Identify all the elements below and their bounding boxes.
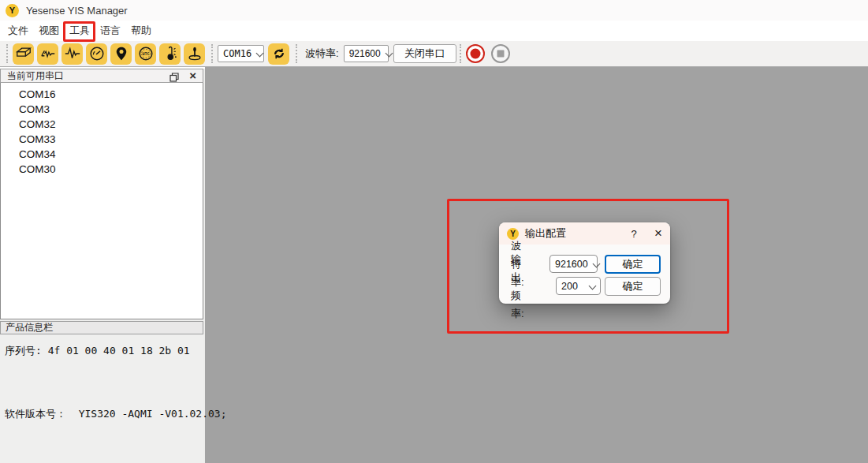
menu-language[interactable]: 语言 xyxy=(100,22,121,39)
ports-panel-title: 当前可用串口 xyxy=(7,69,170,83)
utc-clock-icon: UTC xyxy=(137,45,155,62)
firmware-version-value: YIS320 -AQMI -V01.02.03; xyxy=(79,408,227,420)
view-3d-button[interactable] xyxy=(13,43,34,65)
attitude-wave-icon xyxy=(39,45,57,62)
attitude-wave-button[interactable] xyxy=(37,43,58,65)
chevron-down-icon xyxy=(256,50,259,57)
serial-number-line: 序列号: 4f 01 00 40 01 18 2b 01 xyxy=(5,344,190,358)
list-item-port[interactable]: COM34 xyxy=(1,147,203,162)
port-select[interactable]: COM16 xyxy=(218,45,264,62)
menu-file[interactable]: 文件 xyxy=(8,22,28,39)
cube-3d-icon xyxy=(15,45,32,62)
menubar: 文件 视图 工具 语言 帮助 xyxy=(0,21,868,41)
refresh-ports-button[interactable] xyxy=(268,43,289,65)
serial-ports-list: COM16 COM3 COM32 COM33 COM34 COM30 xyxy=(0,83,203,319)
menu-tools[interactable]: 工具 xyxy=(69,22,90,39)
left-dock-panel: 当前可用串口 × COM16 COM3 COM32 COM33 COM34 CO… xyxy=(0,69,205,463)
chevron-down-icon xyxy=(589,283,595,289)
output-config-dialog: Y 输出配置 ? × 波特率: 921600 确定 输出频率: 200 确定 xyxy=(499,222,670,304)
thermometer-icon xyxy=(162,45,179,62)
list-item-port[interactable]: COM16 xyxy=(1,87,203,102)
baud-rate-label: 波特率: xyxy=(305,47,339,61)
app-logo-icon: Y xyxy=(6,4,19,17)
list-item-port[interactable]: COM33 xyxy=(1,132,203,147)
stop-button[interactable] xyxy=(491,44,510,63)
toolbar: UTC COM16 波特率: 921600 xyxy=(0,41,868,67)
record-button[interactable] xyxy=(466,44,485,63)
pulse-wave-button[interactable] xyxy=(61,43,83,65)
gauge-button[interactable] xyxy=(86,43,107,65)
firmware-version-line: 软件版本号： YIS320 -AQMI -V01.02.03; xyxy=(5,407,227,421)
close-panel-icon[interactable]: × xyxy=(189,71,196,80)
svg-text:UTC: UTC xyxy=(142,51,149,56)
dialog-close-icon[interactable]: × xyxy=(654,228,662,239)
location-button[interactable] xyxy=(110,43,132,65)
list-item-port[interactable]: COM30 xyxy=(1,162,203,177)
window-title: Yesense YIS Manager xyxy=(26,5,128,17)
dialog-rate-select[interactable]: 200 xyxy=(556,277,601,295)
baud-rate-value: 921600 xyxy=(349,48,381,59)
dialog-baud-select[interactable]: 921600 xyxy=(549,255,598,273)
menu-help[interactable]: 帮助 xyxy=(131,22,151,39)
dialog-titlebar[interactable]: Y 输出配置 ? × xyxy=(499,222,670,245)
pulse-wave-icon xyxy=(64,45,81,62)
dialog-help-button[interactable]: ? xyxy=(624,228,643,240)
toolbar-grip[interactable] xyxy=(460,44,461,63)
ports-panel-titlebar: 当前可用串口 × xyxy=(0,69,203,83)
toolbar-grip[interactable] xyxy=(6,44,8,63)
info-panel-titlebar: 产品信息栏 xyxy=(0,321,203,334)
utc-time-button[interactable]: UTC xyxy=(135,43,156,65)
list-item-port[interactable]: COM3 xyxy=(1,102,203,117)
dialog-rate-confirm-button[interactable]: 确定 xyxy=(605,277,661,296)
refresh-ports-icon xyxy=(271,46,287,62)
firmware-version-label: 软件版本号： xyxy=(5,408,79,420)
serial-number-label: 序列号: xyxy=(5,345,48,357)
gauge-icon xyxy=(88,45,106,62)
dialog-title: 输出配置 xyxy=(525,226,624,241)
info-panel-body: 序列号: 4f 01 00 40 01 18 2b 01 软件版本号： YIS3… xyxy=(0,334,203,463)
dialog-rate-label: 输出频率: xyxy=(511,250,524,323)
list-item-port[interactable]: COM32 xyxy=(1,117,203,132)
toolbar-grip[interactable] xyxy=(211,44,213,63)
info-panel-title: 产品信息栏 xyxy=(6,321,53,334)
temperature-button[interactable] xyxy=(159,43,181,65)
menu-view[interactable]: 视图 xyxy=(39,22,59,39)
dialog-rate-value: 200 xyxy=(561,281,578,292)
baud-rate-select[interactable]: 921600 xyxy=(344,45,389,62)
pin-base-icon xyxy=(186,45,203,62)
close-serial-port-button[interactable]: 关闭串口 xyxy=(393,44,456,63)
magnetic-pin-button[interactable] xyxy=(184,43,205,65)
port-select-value: COM16 xyxy=(223,48,251,59)
location-pin-icon xyxy=(114,46,129,62)
dialog-baud-confirm-button[interactable]: 确定 xyxy=(605,255,661,274)
float-panel-icon[interactable] xyxy=(170,71,179,80)
toolbar-grip[interactable] xyxy=(296,44,297,63)
serial-number-value: 4f 01 00 40 01 18 2b 01 xyxy=(48,345,190,357)
window-titlebar: Y Yesense YIS Manager xyxy=(0,0,868,21)
dialog-baud-value: 921600 xyxy=(555,259,588,270)
